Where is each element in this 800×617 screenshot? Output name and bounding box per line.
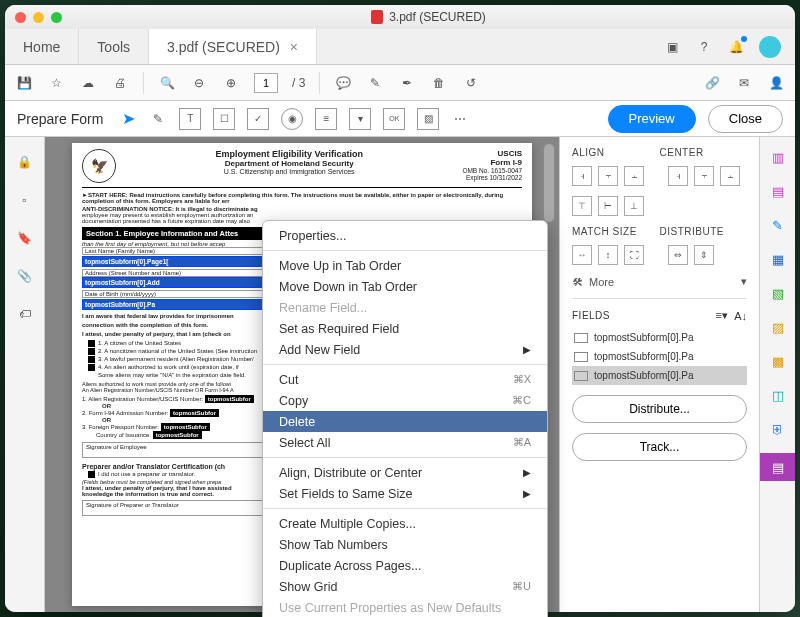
undo-icon[interactable]: ↺ (462, 74, 480, 92)
align-left-icon[interactable]: ⫞ (572, 166, 592, 186)
cloud-icon[interactable]: ☁ (79, 74, 97, 92)
tab-document[interactable]: 3.pdf (SECURED) × (149, 29, 317, 64)
distribute-button[interactable]: Distribute... (572, 395, 747, 423)
edit-pdf-icon[interactable]: ▤ (768, 181, 788, 201)
menu-properties[interactable]: Properties... (263, 225, 547, 246)
menu-duplicate[interactable]: Duplicate Across Pages... (263, 555, 547, 576)
sign-tool-icon[interactable]: ✎ (768, 215, 788, 235)
dist-h-icon[interactable]: ⇔ (668, 245, 688, 265)
dist-v-icon[interactable]: ⇕ (694, 245, 714, 265)
zoom-in-icon[interactable]: ⊕ (222, 74, 240, 92)
image-tool[interactable]: ▨ (417, 108, 439, 130)
help-icon[interactable]: ? (695, 38, 713, 56)
match-both-icon[interactable]: ⛶ (624, 245, 644, 265)
menu-move-up[interactable]: Move Up in Tab Order (263, 255, 547, 276)
export-icon[interactable]: ▦ (768, 249, 788, 269)
close-tab-icon[interactable]: × (290, 39, 298, 55)
attachment-icon[interactable]: 📎 (16, 267, 34, 285)
save-icon[interactable]: 💾 (15, 74, 33, 92)
page-input[interactable] (254, 73, 278, 93)
field-item[interactable]: topmostSubform[0].Pa (572, 328, 747, 347)
main-toolbar: 💾 ☆ ☁ 🖨 🔍 ⊖ ⊕ / 3 💬 ✎ ✒ 🗑 ↺ 🔗 ✉ 👤 (5, 65, 795, 101)
menu-same-size[interactable]: Set Fields to Same Size▶ (263, 483, 547, 504)
close-button[interactable]: Close (708, 105, 783, 133)
window-title: 3.pdf (SECURED) (389, 10, 486, 24)
center-h-icon[interactable]: ⫞ (668, 166, 688, 186)
scan-icon[interactable]: ▩ (768, 351, 788, 371)
menu-select-all[interactable]: Select All⌘A (263, 432, 547, 453)
menu-required[interactable]: Set as Required Field (263, 318, 547, 339)
match-height-icon[interactable]: ↕ (598, 245, 618, 265)
panel-icon[interactable]: ▣ (663, 38, 681, 56)
field-item[interactable]: topmostSubform[0].Pa (572, 366, 747, 385)
main-tabs: Home Tools 3.pdf (SECURED) × ▣ ? 🔔 (5, 29, 795, 65)
link-icon[interactable]: 🔗 (703, 74, 721, 92)
list-tool[interactable]: ≡ (315, 108, 337, 130)
dropdown-tool[interactable]: ▾ (349, 108, 371, 130)
menu-grid[interactable]: Show Grid⌘U (263, 576, 547, 597)
menu-rename: Rename Field... (263, 297, 547, 318)
prepare-form-icon[interactable]: ▤ (760, 453, 795, 481)
scrollbar[interactable] (543, 143, 555, 223)
menu-move-down[interactable]: Move Down in Tab Order (263, 276, 547, 297)
protect-icon[interactable]: ◫ (768, 385, 788, 405)
align-bottom-icon[interactable]: ⊥ (624, 196, 644, 216)
avatar[interactable] (759, 36, 781, 58)
zoom-icon[interactable]: 🔍 (158, 74, 176, 92)
comment-icon[interactable]: 💬 (334, 74, 352, 92)
button-tool[interactable]: OK (383, 108, 405, 130)
select-tool-icon[interactable]: ➤ (119, 110, 137, 128)
maximize-window-icon[interactable] (51, 12, 62, 23)
menu-delete[interactable]: Delete (263, 411, 547, 432)
check-tool[interactable]: ✓ (247, 108, 269, 130)
trash-icon[interactable]: 🗑 (430, 74, 448, 92)
person-icon[interactable]: 👤 (767, 74, 785, 92)
align-center-h-icon[interactable]: ⫟ (598, 166, 618, 186)
right-rail: ▥ ▤ ✎ ▦ ▧ ▨ ▩ ◫ ⛨ ▤ (759, 137, 795, 612)
pdf-file-icon (371, 10, 383, 24)
more-tools-icon[interactable]: ⋯ (451, 110, 469, 128)
tag-icon[interactable]: 🏷 (16, 305, 34, 323)
close-window-icon[interactable] (15, 12, 26, 23)
menu-copy[interactable]: Copy⌘C (263, 390, 547, 411)
radio-tool[interactable]: ◉ (281, 108, 303, 130)
sort-icon[interactable]: ≡▾ (716, 309, 728, 322)
track-button[interactable]: Track... (572, 433, 747, 461)
center-both-icon[interactable]: ⫠ (720, 166, 740, 186)
minimize-window-icon[interactable] (33, 12, 44, 23)
tab-home[interactable]: Home (5, 29, 79, 64)
lock-icon[interactable]: 🔒 (16, 153, 34, 171)
comment-tool-icon[interactable]: ▨ (768, 317, 788, 337)
checkbox-tool[interactable]: ☐ (213, 108, 235, 130)
pages-icon[interactable]: ▫ (16, 191, 34, 209)
edit-tool-icon[interactable]: ✎ (149, 110, 167, 128)
shield-icon[interactable]: ⛨ (768, 419, 788, 439)
align-middle-icon[interactable]: ⊢ (598, 196, 618, 216)
star-icon[interactable]: ☆ (47, 74, 65, 92)
zoom-out-icon[interactable]: ⊖ (190, 74, 208, 92)
order-icon[interactable]: A↓ (734, 310, 747, 322)
sign-icon[interactable]: ✒ (398, 74, 416, 92)
align-top-icon[interactable]: ⊤ (572, 196, 592, 216)
form-field[interactable]: topmostSubform[0].Pa (82, 299, 280, 310)
center-v-icon[interactable]: ⫟ (694, 166, 714, 186)
mail-icon[interactable]: ✉ (735, 74, 753, 92)
text-field-tool[interactable]: T (179, 108, 201, 130)
field-item[interactable]: topmostSubform[0].Pa (572, 347, 747, 366)
bell-icon[interactable]: 🔔 (727, 38, 745, 56)
match-width-icon[interactable]: ↔ (572, 245, 592, 265)
highlight-icon[interactable]: ✎ (366, 74, 384, 92)
menu-add-new[interactable]: Add New Field▶ (263, 339, 547, 360)
preview-button[interactable]: Preview (608, 105, 696, 133)
tab-tools[interactable]: Tools (79, 29, 149, 64)
more-button[interactable]: 🛠 More▾ (572, 275, 747, 288)
print-icon[interactable]: 🖨 (111, 74, 129, 92)
align-right-icon[interactable]: ⫠ (624, 166, 644, 186)
bookmark-icon[interactable]: 🔖 (16, 229, 34, 247)
create-pdf-icon[interactable]: ▥ (768, 147, 788, 167)
menu-align[interactable]: Align, Distribute or Center▶ (263, 462, 547, 483)
menu-multiple-copies[interactable]: Create Multiple Copies... (263, 513, 547, 534)
menu-cut[interactable]: Cut⌘X (263, 369, 547, 390)
menu-tab-numbers[interactable]: Show Tab Numbers (263, 534, 547, 555)
organize-icon[interactable]: ▧ (768, 283, 788, 303)
